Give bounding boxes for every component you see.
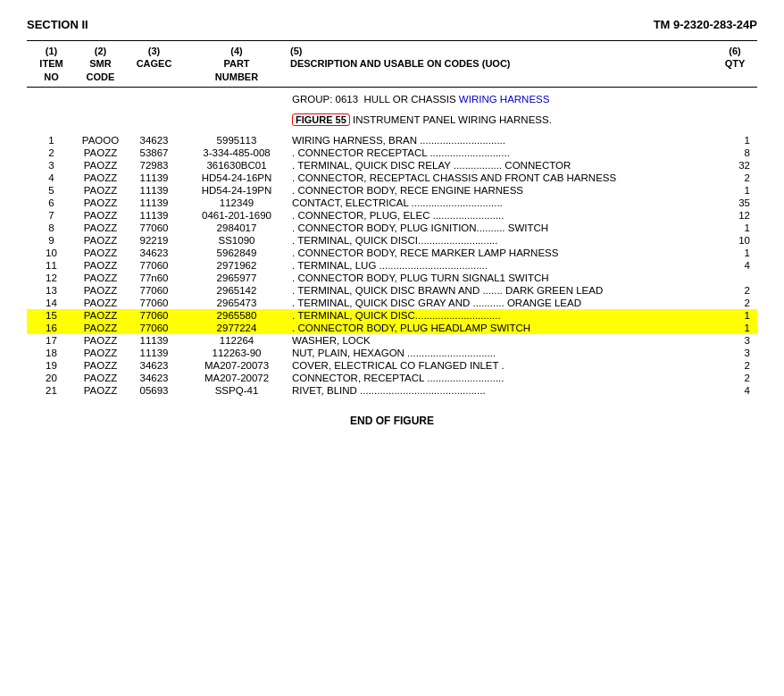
item-no: 7 <box>27 210 76 221</box>
item-no: 14 <box>27 298 76 308</box>
table-row: 19PAOZZ34623MA207-20073COVER, ELECTRICAL… <box>27 359 757 372</box>
item-no: 12 <box>27 273 76 283</box>
smr-code: PAOZZ <box>76 260 125 271</box>
cagec: 34623 <box>125 247 183 258</box>
description: . TERMINAL, LUG ........................… <box>290 260 713 271</box>
data-table: 1PAOOO346235995113WIRING HARNESS, BRAN .… <box>27 134 757 397</box>
part-number: SSPQ-41 <box>183 385 290 396</box>
item-no: 16 <box>27 323 76 333</box>
smr-code: PAOZZ <box>76 360 125 371</box>
description: . CONNECTOR RECEPTACL ..................… <box>290 147 713 158</box>
part-number: 5962849 <box>183 247 290 258</box>
item-no: 11 <box>27 260 76 271</box>
smr-code: PAOZZ <box>76 210 125 221</box>
table-row: 20PAOZZ34623MA207-20072CONNECTOR, RECEPT… <box>27 372 757 384</box>
cagec: 11139 <box>125 335 183 346</box>
cagec: 77060 <box>125 323 183 333</box>
cagec: 34623 <box>125 135 183 146</box>
cagec: 11139 <box>125 210 183 221</box>
qty: 12 <box>713 210 757 221</box>
smr-code: PAOZZ <box>76 323 125 333</box>
smr-code: PAOZZ <box>76 172 125 183</box>
cagec: 34623 <box>125 373 183 383</box>
part-number: 3-334-485-008 <box>183 147 290 158</box>
item-no: 21 <box>27 385 76 396</box>
description: . TERMINAL, QUICK DISC BRAWN AND .......… <box>290 285 713 296</box>
part-number: 0461-201-1690 <box>183 210 290 221</box>
cagec: 77060 <box>125 222 183 233</box>
figure-label: FIGURE 55 <box>292 113 350 126</box>
part-number: 2965977 <box>183 273 290 283</box>
smr-code: PAOZZ <box>76 273 125 283</box>
group-text: GROUP: 0613 HULL OR CHASSIS WIRING HARNE… <box>290 94 713 105</box>
part-number: 5995113 <box>183 135 290 146</box>
description: . CONNECTOR BODY, PLUG HEADLAMP SWITCH <box>290 323 713 333</box>
figure-description: INSTRUMENT PANEL WIRING HARNESS. <box>353 114 552 125</box>
table-row: 2PAOZZ538673-334-485-008. CONNECTOR RECE… <box>27 147 757 159</box>
part-number: 2965580 <box>183 310 290 321</box>
part-number: 2977224 <box>183 323 290 333</box>
cagec: 77060 <box>125 260 183 271</box>
part-number: 112263-90 <box>183 348 290 358</box>
description: . TERMINAL, QUICK DISC..................… <box>290 310 713 321</box>
part-number: MA207-20073 <box>183 360 290 371</box>
table-row: 18PAOZZ11139112263-90NUT, PLAIN, HEXAGON… <box>27 347 757 359</box>
qty: 3 <box>713 335 757 346</box>
item-no: 17 <box>27 335 76 346</box>
description: . CONNECTOR BODY, RECE MARKER LAMP HARNE… <box>290 247 713 258</box>
qty: 1 <box>713 247 757 258</box>
item-no: 10 <box>27 247 76 258</box>
item-no: 15 <box>27 310 76 321</box>
col-header-6: (6)QTY <box>713 45 757 71</box>
cagec: 72983 <box>125 160 183 171</box>
smr-code: PAOZZ <box>76 348 125 358</box>
col-header-5: (5)DESCRIPTION AND USABLE ON CODES (UOC) <box>290 45 713 71</box>
qty: 2 <box>713 360 757 371</box>
cagec: 92219 <box>125 235 183 246</box>
table-row: 6PAOZZ11139112349CONTACT, ELECTRICAL ...… <box>27 197 757 209</box>
part-number: 112264 <box>183 335 290 346</box>
figure-text: FIGURE 55 INSTRUMENT PANEL WIRING HARNES… <box>290 110 713 126</box>
part-number: SS1090 <box>183 235 290 246</box>
smr-code: PAOZZ <box>76 310 125 321</box>
item-no: 9 <box>27 235 76 246</box>
smr-code: PAOZZ <box>76 222 125 233</box>
qty: 8 <box>713 147 757 158</box>
part-number: 2965473 <box>183 298 290 308</box>
smr-code: PAOZZ <box>76 385 125 396</box>
qty: 4 <box>713 385 757 396</box>
item-no: 20 <box>27 373 76 383</box>
qty: 1 <box>713 135 757 146</box>
part-number: HD54-24-19PN <box>183 185 290 196</box>
description: WASHER, LOCK <box>290 335 713 346</box>
table-row: 21PAOZZ05693SSPQ-41RIVET, BLIND ........… <box>27 384 757 397</box>
qty: 2 <box>713 172 757 183</box>
description: CONTACT, ELECTRICAL ....................… <box>290 197 713 208</box>
description: WIRING HARNESS, BRAN ...................… <box>290 135 713 146</box>
item-no: 2 <box>27 147 76 158</box>
qty: 2 <box>713 298 757 308</box>
qty: 2 <box>713 373 757 383</box>
description: COVER, ELECTRICAL CO FLANGED INLET . <box>290 360 713 371</box>
table-row: 8PAOZZ770602984017. CONNECTOR BODY, PLUG… <box>27 222 757 234</box>
table-row: 17PAOZZ11139112264WASHER, LOCK3 <box>27 334 757 347</box>
description: . TERMINAL, QUICK DISC GRAY AND ........… <box>290 298 713 308</box>
description: . CONNECTOR, PLUG, ELEC ................… <box>290 210 713 221</box>
part-number: 2965142 <box>183 285 290 296</box>
item-no: 6 <box>27 197 76 208</box>
table-row: 11PAOZZ770602971962. TERMINAL, LUG .....… <box>27 259 757 272</box>
smr-code: PAOZZ <box>76 247 125 258</box>
table-row: 5PAOZZ11139HD54-24-19PN. CONNECTOR BODY,… <box>27 184 757 197</box>
description: . CONNECTOR BODY, PLUG IGNITION.........… <box>290 222 713 233</box>
description: RIVET, BLIND ...........................… <box>290 385 713 396</box>
part-number: MA207-20072 <box>183 373 290 383</box>
qty: 3 <box>713 348 757 358</box>
smr-code: PAOZZ <box>76 298 125 308</box>
col-header-3: (3)CAGEC <box>125 45 183 71</box>
description: CONNECTOR, RECEPTACL ...................… <box>290 373 713 383</box>
cagec: 11139 <box>125 348 183 358</box>
description: . CONNECTOR, RECEPTACL CHASSIS AND FRONT… <box>290 172 713 183</box>
cagec: 11139 <box>125 197 183 208</box>
description: NUT, PLAIN, HEXAGON ....................… <box>290 348 713 358</box>
page-header: SECTION II TM 9-2320-283-24P <box>27 18 757 31</box>
